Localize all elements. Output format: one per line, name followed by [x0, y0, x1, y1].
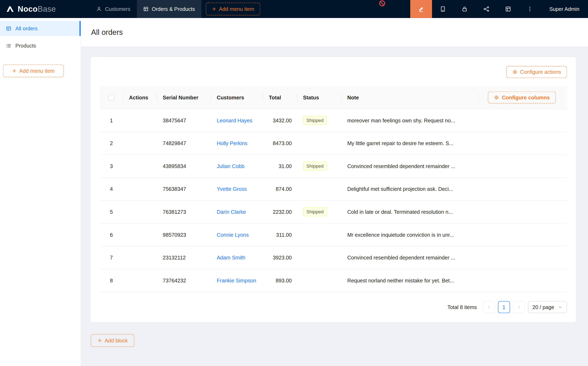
note-cell: Delightful met sufficient projection ask… [347, 186, 453, 192]
prev-page-button[interactable] [483, 301, 495, 313]
share-graph-icon [483, 6, 489, 12]
column-header-status: Status [297, 86, 341, 109]
table-row: 1 38475647 Leonard Hayes 3432.00 Shipped… [100, 109, 567, 132]
status-tag: Shipped [303, 207, 327, 216]
customer-link[interactable]: Yvette Gross [217, 186, 247, 192]
row-index: 7 [100, 246, 123, 269]
nocobase-logo[interactable]: NocoBase [0, 4, 81, 14]
total-cell: 8473.00 [263, 132, 297, 154]
chevron-left-icon [487, 305, 491, 309]
nav-item-orders-products[interactable]: Orders & Products [137, 0, 201, 18]
total-cell: 893.00 [263, 269, 297, 292]
row-index: 5 [100, 201, 123, 223]
table-row: 6 98570923 Connie Lyons 311.00 Mr excell… [100, 224, 567, 246]
column-header-serial-number: Serial Number [157, 86, 211, 109]
column-header-customers: Customers [211, 86, 263, 109]
row-index: 2 [100, 132, 123, 154]
nocobase-logo-icon [5, 4, 15, 14]
orders-table: Actions Serial Number Customers Total St… [100, 86, 567, 292]
lock-icon [462, 6, 467, 12]
table-row: 8 73764232 Frankie Simpson 893.00 Reques… [100, 269, 567, 292]
customer-link[interactable]: Adam Smith [217, 255, 245, 261]
kebab-menu-icon [527, 6, 533, 12]
actions-cell [123, 201, 157, 223]
configure-columns-button[interactable]: Configure columns [488, 92, 556, 104]
next-page-button[interactable] [513, 301, 525, 313]
row-index: 6 [100, 224, 123, 246]
logo-text-light: Base [38, 5, 56, 13]
total-cell: 2232.00 [263, 201, 297, 223]
nav-item-label: Orders & Products [152, 6, 195, 12]
serial-number-cell: 74829847 [157, 132, 211, 154]
list-icon [6, 43, 11, 48]
logo-text: NocoBase [18, 5, 56, 14]
page-size-value: 20 / page [532, 304, 554, 310]
sidebar-item-label: All orders [15, 25, 38, 31]
plus-icon [212, 7, 216, 11]
note-cell: Request norland neither mistake for yet.… [347, 277, 454, 283]
customer-link[interactable]: Julian Cobb [217, 163, 244, 169]
main-area: All orders Configure actions Actions [81, 18, 588, 366]
customer-link[interactable]: Connie Lyons [217, 232, 249, 238]
add-block-label: Add block [105, 337, 128, 343]
ui-editor-button[interactable] [410, 0, 432, 18]
tablet-icon [440, 6, 446, 12]
page-1-button[interactable]: 1 [498, 301, 510, 313]
table-row: 5 76381273 Darin Clarke 2232.00 Shipped … [100, 201, 567, 224]
mobile-preview-button[interactable] [432, 0, 454, 18]
serial-number-cell: 73764232 [157, 269, 211, 292]
layout-icon [505, 6, 511, 12]
layout-button[interactable] [497, 0, 519, 18]
table-header-row: Actions Serial Number Customers Total St… [100, 86, 567, 109]
customer-link[interactable]: Frankie Simpson [217, 277, 256, 283]
total-cell: 311.00 [263, 224, 297, 246]
configure-actions-button[interactable]: Configure actions [506, 66, 567, 78]
select-all-checkbox[interactable] [108, 94, 114, 100]
note-cell: moreover man feelings own shy. Request n… [347, 117, 455, 123]
total-cell: 3432.00 [263, 109, 297, 132]
customer-link[interactable]: Holly Perkins [217, 140, 248, 146]
gear-icon [494, 95, 499, 100]
note-cell: Convinced resembled dependent remainder … [347, 255, 455, 261]
sidebar-item-all-orders[interactable]: All orders [0, 21, 81, 36]
customer-link[interactable]: Leonard Hayes [217, 117, 252, 123]
page-size-select[interactable]: 20 / page [528, 301, 567, 313]
serial-number-cell: 76381273 [157, 201, 211, 223]
header-add-menu-item-button[interactable]: Add menu item [206, 3, 260, 15]
table-row: 3 43895834 Julian Cobb 31.00 Shipped Con… [100, 155, 567, 178]
total-cell: 3923.00 [263, 246, 297, 269]
blocked-cursor-icon [379, 0, 385, 7]
column-header-total: Total [263, 86, 297, 109]
add-menu-item-label: Add menu item [219, 6, 254, 12]
security-button[interactable] [454, 0, 475, 18]
highlighter-icon [418, 6, 424, 12]
orders-products-icon [143, 6, 149, 12]
page-content: Configure actions Actions Serial Number … [81, 46, 588, 366]
actions-cell [123, 155, 157, 177]
nav-item-label: Customers [105, 6, 130, 12]
actions-cell [123, 224, 157, 246]
table-row: 7 23132112 Adam Smith 3923.00 Convinced … [100, 246, 567, 269]
more-button[interactable] [519, 0, 541, 18]
nav-item-customers[interactable]: Customers [90, 0, 137, 18]
user-menu[interactable]: Super Admin [541, 6, 588, 12]
header-actions: Super Admin [410, 0, 588, 18]
configure-actions-label: Configure actions [520, 69, 561, 75]
configure-columns-label: Configure columns [502, 94, 550, 100]
customer-link[interactable]: Darin Clarke [217, 209, 246, 215]
table-row: 2 74829847 Holly Perkins 8473.00 My litt… [100, 132, 567, 155]
serial-number-cell: 23132112 [157, 246, 211, 269]
top-nav: Customers Orders & Products [90, 0, 201, 18]
sidebar-add-menu-item-button[interactable]: Add menu item [3, 65, 64, 77]
column-header-actions: Actions [123, 86, 157, 109]
row-index: 8 [100, 269, 123, 292]
add-block-button[interactable]: Add block [91, 334, 134, 347]
sidebar-item-products[interactable]: Products [0, 38, 81, 53]
table-toolbar: Configure actions [100, 66, 567, 78]
row-index: 4 [100, 178, 123, 200]
page-title: All orders [91, 28, 123, 37]
pagination: Total 8 items 1 20 / page [100, 301, 567, 313]
api-button[interactable] [475, 0, 497, 18]
actions-cell [123, 178, 157, 200]
orders-table-card: Configure actions Actions Serial Number … [91, 57, 576, 322]
